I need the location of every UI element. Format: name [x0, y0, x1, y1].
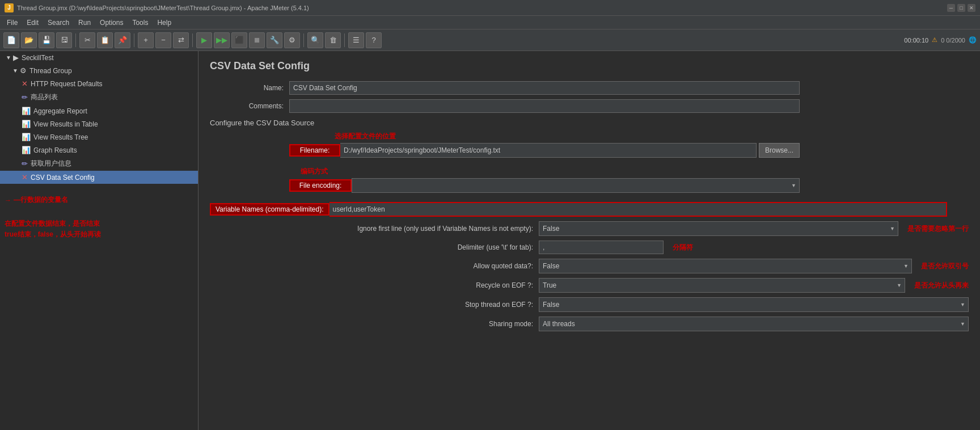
stop-thread-select[interactable]: False True — [539, 297, 969, 312]
allow-quoted-select[interactable]: False True — [539, 259, 912, 273]
http-defaults-icon: ✕ — [22, 79, 28, 88]
file-encoding-select[interactable]: UTF-8 GBK ISO-8859-1 — [352, 178, 800, 193]
bottom-annotation-line1: 在配置文件数据结束，是否结束 — [5, 218, 193, 229]
recycle-eof-select[interactable]: True False — [539, 278, 905, 293]
ignore-first-line-select[interactable]: False True — [539, 221, 898, 236]
tree-item-http-defaults[interactable]: ✕ HTTP Request Defaults — [0, 77, 198, 90]
delimiter-annotation: 分隔符 — [673, 243, 693, 252]
paste-button[interactable]: 📌 — [115, 32, 130, 48]
section-title: Configure the CSV Data Source — [210, 119, 969, 127]
name-input[interactable] — [289, 81, 800, 95]
menu-run[interactable]: Run — [74, 18, 95, 28]
config-button[interactable]: ⚙ — [284, 32, 300, 48]
clear-button[interactable]: 🗑 — [325, 32, 341, 48]
tree-item-seckilltest[interactable]: ▼ ▶ SeckillTest — [0, 51, 198, 64]
tree-item-graph-results[interactable]: 📊 Graph Results — [0, 144, 198, 157]
copy-button[interactable]: 📋 — [97, 32, 113, 48]
view-table-icon: 📊 — [22, 120, 31, 128]
filename-label-box: Filename: — [289, 144, 340, 157]
save-as-button[interactable]: 🖫 — [56, 32, 72, 48]
comments-input[interactable] — [289, 99, 800, 113]
panel-title: CSV Data Set Config — [210, 60, 969, 72]
select-file-annotation: 选择配置文件的位置 — [335, 132, 396, 141]
content-panel: CSV Data Set Config Name: Comments: Conf… — [198, 51, 980, 430]
expand-button[interactable]: + — [138, 32, 154, 48]
menu-tools[interactable]: Tools — [128, 18, 153, 28]
menu-edit[interactable]: Edit — [22, 18, 43, 28]
allow-quoted-annotation: 是否允许双引号 — [921, 262, 969, 271]
graph-icon: 📊 — [22, 146, 31, 154]
menu-help[interactable]: Help — [153, 18, 176, 28]
toolbar-sep-1 — [75, 33, 76, 47]
arrow-threadgroup[interactable]: ▼ — [12, 68, 18, 74]
remote-button[interactable]: 🔧 — [267, 32, 282, 48]
open-button[interactable]: 📂 — [21, 32, 37, 48]
tree-label-aggregate: Aggregate Report — [33, 107, 87, 115]
toolbar-sep-3 — [192, 33, 193, 47]
root-icon: ▶ — [13, 53, 19, 62]
globe-icon: 🌐 — [969, 36, 977, 44]
start-button[interactable]: ▶ — [196, 32, 212, 48]
variable-names-label-box: Variable Names (comma-delimited): — [210, 203, 330, 216]
tree-label-seckilltest: SeckillTest — [22, 54, 54, 62]
toggle-button[interactable]: ⇄ — [173, 32, 189, 48]
variable-names-input[interactable] — [330, 202, 948, 217]
ignore-annotation: 是否需要忽略第一行 — [907, 224, 969, 234]
tree-item-threadgroup[interactable]: ▼ ⚙ Thread Group — [0, 64, 198, 77]
tree-label-threadgroup: Thread Group — [29, 67, 72, 75]
view-tree-icon: 📊 — [22, 133, 31, 141]
bottom-annotation-line2: true结束，false，从头开始再读 — [5, 229, 193, 240]
product-list-icon: ✏ — [22, 93, 28, 102]
arrow-seckilltest[interactable]: ▼ — [6, 54, 11, 61]
name-label: Name: — [210, 84, 289, 92]
tree-label-product-list: 商品列表 — [31, 92, 58, 102]
file-encoding-row: File encoding: UTF-8 GBK ISO-8859-1 — [289, 178, 800, 193]
tree-label-http-defaults: HTTP Request Defaults — [31, 80, 103, 88]
save-button[interactable]: 💾 — [39, 32, 54, 48]
new-button[interactable]: 📄 — [3, 32, 19, 48]
main-layout: ▼ ▶ SeckillTest ▼ ⚙ Thread Group ✕ HTTP … — [0, 51, 980, 430]
minimize-button[interactable]: ─ — [947, 4, 955, 12]
recycle-annotation: 是否允许从头再来 — [914, 281, 969, 290]
delimiter-label: Delimiter (use '\t' for tab): — [210, 243, 539, 251]
tree-item-product-list[interactable]: ✏ 商品列表 — [0, 90, 198, 104]
allow-quoted-row: Allow quoted data?: False True 是否允许双引号 — [210, 259, 969, 273]
cut-button[interactable]: ✂ — [79, 32, 95, 48]
menu-file[interactable]: File — [2, 18, 22, 28]
tree-item-get-user-info[interactable]: ✏ 获取用户信息 — [0, 157, 198, 171]
tree-label-view-table: View Results in Table — [33, 120, 98, 128]
sharing-mode-label: Sharing mode: — [210, 320, 539, 328]
tree-item-aggregate-report[interactable]: 📊 Aggregate Report — [0, 104, 198, 117]
filename-input[interactable] — [340, 143, 757, 158]
maximize-button[interactable]: □ — [957, 4, 965, 12]
threadgroup-icon: ⚙ — [20, 66, 27, 75]
aggregate-icon: 📊 — [22, 107, 31, 115]
shutdown-button[interactable]: ⏹ — [249, 32, 265, 48]
tree-item-view-results-tree[interactable]: 📊 View Results Tree — [0, 130, 198, 144]
help-button[interactable]: ? — [366, 32, 382, 48]
menu-search[interactable]: Search — [43, 18, 74, 28]
collapse-button[interactable]: − — [155, 32, 171, 48]
delimiter-input[interactable] — [539, 241, 664, 254]
browse-button[interactable]: Browse... — [759, 143, 800, 158]
stop-thread-row: Stop thread on EOF ?: False True — [210, 297, 969, 312]
stop-button[interactable]: ⬛ — [231, 32, 247, 48]
search-toolbar-button[interactable]: 🔍 — [307, 32, 323, 48]
allow-quoted-label: Allow quoted data?: — [210, 262, 539, 270]
stop-thread-label: Stop thread on EOF ?: — [210, 301, 539, 309]
sharing-mode-select[interactable]: All threads Current thread group Current… — [539, 317, 969, 331]
toolbar-sep-2 — [134, 33, 134, 47]
menu-bar: File Edit Search Run Options Tools Help — [0, 16, 980, 29]
list-button[interactable]: ☰ — [348, 32, 364, 48]
comments-label: Comments: — [210, 102, 289, 110]
close-button[interactable]: ✕ — [968, 4, 975, 12]
tree-item-csv-data-set[interactable]: ✕ CSV Data Set Config — [0, 171, 198, 184]
warning-icon: ⚠ — [932, 36, 937, 44]
start-no-pause-button[interactable]: ▶▶ — [214, 32, 230, 48]
window-controls[interactable]: ─ □ ✕ — [947, 4, 975, 12]
csv-icon: ✕ — [22, 173, 28, 182]
sidebar-annotation-varnames: —行数据的变量名 — [14, 195, 68, 205]
tree-label-view-tree: View Results Tree — [33, 133, 88, 141]
menu-options[interactable]: Options — [95, 18, 128, 28]
tree-item-view-results-table[interactable]: 📊 View Results in Table — [0, 117, 198, 130]
